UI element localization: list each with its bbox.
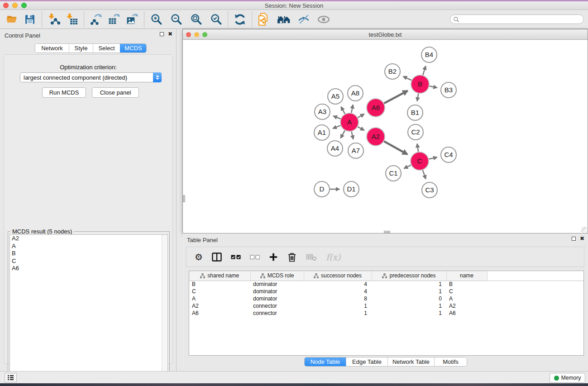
zoom-selected-button[interactable] [209, 12, 223, 27]
tab-select[interactable]: Select [93, 44, 120, 52]
edge-A-A5[interactable] [341, 107, 345, 114]
result-item[interactable]: A2 [10, 235, 167, 243]
edge-A2-C[interactable] [384, 141, 407, 154]
cell[interactable]: 1 [372, 310, 446, 317]
node-C[interactable]: C [411, 152, 429, 170]
node-table[interactable]: shared nameMCDS rolesuccessor nodesprede… [189, 271, 584, 356]
zoom-fit-button[interactable] [189, 12, 203, 27]
cell[interactable]: C [446, 288, 487, 295]
node-C1[interactable]: C1 [386, 166, 401, 181]
deselect-all-columns-button[interactable] [250, 250, 260, 264]
tab-edge-table[interactable]: Edge Table [346, 357, 387, 366]
cell[interactable]: 1 [372, 281, 446, 288]
task-history-button[interactable] [5, 373, 17, 382]
memory-button[interactable]: Memory [550, 373, 585, 383]
table-row[interactable]: Bdominator41B [189, 281, 583, 288]
table-row[interactable]: A2connector11A2 [189, 302, 583, 310]
edge-B-B1[interactable] [417, 94, 418, 101]
edge-A6-B[interactable] [384, 91, 408, 104]
open-file-button[interactable] [5, 12, 19, 27]
node-A8[interactable]: A8 [348, 86, 363, 101]
cell[interactable]: connector [250, 310, 304, 317]
result-item[interactable]: B [10, 250, 167, 257]
column-header-name[interactable]: name [446, 271, 487, 281]
node-A2[interactable]: A2 [367, 128, 385, 146]
table-row[interactable]: A6connector11A6 [189, 310, 583, 317]
result-item[interactable]: A6 [10, 265, 167, 272]
result-item[interactable]: C [10, 257, 167, 265]
close-panel-button[interactable]: Close panel [92, 87, 139, 98]
node-C3[interactable]: C3 [422, 182, 437, 198]
node-B[interactable]: B [411, 75, 429, 93]
cell[interactable]: 1 [372, 302, 446, 310]
edge-A-A2[interactable] [358, 127, 364, 130]
float-panel-icon[interactable] [572, 237, 576, 241]
node-B4[interactable]: B4 [421, 47, 437, 62]
cell[interactable]: 0 [372, 295, 446, 302]
node-A5[interactable]: A5 [328, 89, 343, 104]
vertical-scrollbar-thumb[interactable] [183, 195, 185, 202]
node-A7[interactable]: A7 [348, 143, 363, 158]
cell[interactable]: 1 [304, 302, 372, 310]
cell[interactable]: dominator [250, 295, 304, 302]
column-header-shared-name[interactable]: shared name [189, 271, 250, 281]
column-header-predecessor-nodes[interactable]: predecessor nodes [372, 271, 446, 281]
close-panel-icon[interactable]: ✖ [168, 32, 172, 36]
delete-table-button[interactable] [306, 250, 317, 264]
node-D[interactable]: D [314, 181, 330, 197]
search-input[interactable] [459, 16, 583, 23]
cell[interactable]: B [189, 281, 250, 288]
delete-column-button[interactable] [287, 250, 297, 264]
cell[interactable]: dominator [250, 281, 304, 288]
table-row[interactable]: Adominator80A [189, 295, 583, 302]
edge-B-B3[interactable] [430, 86, 437, 88]
node-B2[interactable]: B2 [385, 64, 400, 79]
hide-selected-button[interactable] [296, 12, 311, 27]
add-column-button[interactable] [269, 250, 278, 264]
home-button[interactable] [277, 12, 291, 27]
edge-C-C2[interactable] [417, 144, 418, 152]
tab-network[interactable]: Network [35, 44, 69, 52]
float-panel-icon[interactable] [160, 32, 164, 36]
criterion-select[interactable]: largest connected component (directed) [20, 72, 162, 82]
import-network-button[interactable] [47, 12, 61, 27]
edge-C-C4[interactable] [429, 157, 437, 159]
edge-A-A1[interactable] [333, 125, 340, 128]
select-all-columns-button[interactable] [231, 250, 241, 264]
cell[interactable]: A6 [189, 310, 250, 317]
search-field[interactable] [450, 14, 584, 24]
result-item[interactable]: A [10, 243, 167, 250]
edge-C-C3[interactable] [423, 170, 426, 179]
edge-B-B4[interactable] [423, 66, 425, 75]
export-table-button[interactable] [107, 12, 121, 27]
cell[interactable]: connector [250, 302, 304, 310]
export-network-button[interactable] [89, 12, 103, 27]
edge-A-A4[interactable] [341, 130, 345, 138]
node-A[interactable]: A [340, 113, 359, 131]
cell[interactable]: 4 [304, 288, 372, 295]
column-layout-button[interactable] [212, 250, 222, 264]
cell[interactable]: A6 [446, 310, 487, 317]
cell[interactable]: A2 [189, 302, 250, 310]
column-header-successor-nodes[interactable]: successor nodes [304, 271, 372, 281]
edge-B-B2[interactable] [403, 76, 411, 80]
edge-A-A7[interactable] [352, 131, 354, 139]
edge-A-A3[interactable] [333, 116, 340, 119]
run-mcds-button[interactable]: Run MCDS [42, 87, 86, 98]
node-C2[interactable]: C2 [408, 124, 423, 140]
cell[interactable]: A [189, 295, 250, 302]
horizontal-scrollbar-thumb[interactable] [384, 231, 390, 233]
cell[interactable]: A2 [446, 302, 487, 310]
table-settings-button[interactable]: ⚙ [195, 250, 203, 264]
function-builder-button[interactable]: f(x) [326, 250, 341, 264]
result-scrollbar[interactable] [162, 235, 167, 384]
tab-node-table[interactable]: Node Table [305, 357, 346, 366]
zoom-in-button[interactable] [149, 12, 163, 27]
node-C4[interactable]: C4 [441, 147, 456, 162]
cell[interactable]: 8 [304, 295, 372, 302]
cell[interactable]: 1 [304, 310, 372, 317]
edge-C-C1[interactable] [404, 165, 411, 168]
node-D1[interactable]: D1 [344, 181, 359, 197]
network-canvas[interactable]: AA1A2A3A4A5A6A7A8BB1B2B3B4CC1C2C3C4DD1 [183, 40, 588, 233]
cell[interactable]: A [446, 295, 487, 302]
